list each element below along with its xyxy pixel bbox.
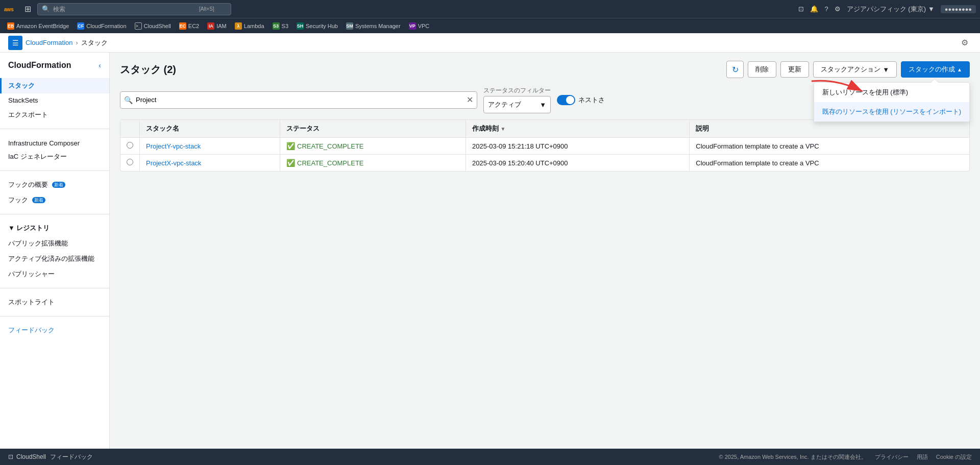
row2-description: CloudFormation template to create a VPC: [690, 155, 969, 172]
search-input[interactable]: [53, 6, 196, 13]
nav-right: ⊡ 🔔 ? ⚙ アジアパシフィック (東京) ▼ ●●●●●●●●: [798, 5, 976, 14]
delete-button[interactable]: 削除: [748, 61, 776, 78]
bookmark-iam-label: IAM: [216, 23, 227, 29]
th-created[interactable]: 作成時刻 ▼: [465, 120, 689, 138]
toggle-switch[interactable]: [557, 95, 575, 105]
sidebar-collapse-button[interactable]: ‹: [99, 61, 101, 69]
row2-status-icon: ✅: [286, 159, 295, 167]
create-stack-button[interactable]: スタックの作成 ▲: [901, 61, 970, 78]
refresh-button[interactable]: ↻: [726, 61, 744, 78]
dropdown-item-existing-resources[interactable]: 既存のリソースを使用 (リソースをインポート): [814, 102, 969, 121]
bookmark-cloudshell-label: CloudShell: [144, 23, 171, 29]
bookmark-systems[interactable]: SM Systems Manager: [343, 21, 404, 31]
sidebar-item-feedback[interactable]: フィードバック: [0, 323, 109, 338]
sidebar-divider-1: [0, 129, 109, 129]
hamburger-button[interactable]: ☰: [8, 36, 22, 50]
bookmark-iam[interactable]: IA IAM: [204, 21, 230, 31]
search-bar[interactable]: 🔍 [Alt+S]: [37, 3, 231, 15]
cloudformation-icon: CF: [77, 22, 84, 30]
dropdown-arrow: [930, 79, 939, 83]
sidebar-item-publisher[interactable]: パブリッシャー: [0, 266, 109, 282]
bookmark-ec2[interactable]: EC EC2: [176, 21, 202, 31]
page-title: スタック (2): [120, 63, 176, 77]
breadcrumb-right: ⚙: [958, 36, 972, 50]
breadcrumb-current-page: スタック: [81, 38, 108, 47]
row2-status-badge: ✅ CREATE_COMPLETE: [286, 159, 459, 167]
row2-created: 2025-03-09 15:20:40 UTC+0900: [465, 155, 689, 172]
sidebar-item-iac-gen[interactable]: IaC ジェネレーター: [0, 149, 109, 164]
sidebar-item-stacks[interactable]: スタック: [0, 78, 109, 93]
th-name[interactable]: スタック名: [140, 120, 280, 138]
terminal-icon[interactable]: ⊡: [798, 5, 804, 13]
settings-icon[interactable]: ⚙: [835, 5, 841, 13]
row1-description: CloudFormation template to create a VPC: [690, 138, 969, 155]
bookmark-cloudformation-label: CloudFormation: [86, 23, 126, 29]
region-label: アジアパシフィック (東京): [847, 5, 926, 14]
account-info[interactable]: ●●●●●●●●: [941, 5, 976, 13]
table-search-input[interactable]: [120, 91, 477, 109]
bookmark-s3[interactable]: S3 S3: [270, 21, 291, 31]
table-body: ProjectY-vpc-stack ✅ CREATE_COMPLETE 202…: [120, 138, 969, 172]
sidebar-item-exports[interactable]: エクスポート: [0, 107, 109, 123]
bookmark-eventbridge[interactable]: EB Amazon EventBridge: [4, 21, 72, 31]
sidebar-item-hooks-overview[interactable]: フックの概要 新着: [0, 177, 109, 192]
row2-stack-link[interactable]: ProjectX-vpc-stack: [146, 159, 201, 167]
stack-actions-button[interactable]: スタックアクション ▼: [813, 61, 897, 78]
sidebar-section-registry-header[interactable]: ▼ レジストリ: [0, 221, 109, 236]
bookmark-security-label: Security Hub: [306, 23, 338, 29]
row1-radio[interactable]: [127, 142, 133, 149]
bookmark-lambda-label: Lambda: [244, 23, 264, 29]
row2-select[interactable]: [120, 155, 140, 172]
table-header: スタック名 ステータス 作成時刻 ▼ 説明: [120, 120, 969, 138]
sidebar-item-active-ext[interactable]: アクティブ化済みの拡張機能: [0, 251, 109, 266]
sidebar-section-infra-composer: Infrastructure Composer: [0, 135, 109, 149]
breadcrumb-service-link[interactable]: CloudFormation: [26, 39, 73, 46]
bookmark-systems-label: Systems Manager: [355, 23, 401, 29]
region-selector[interactable]: アジアパシフィック (東京) ▼: [847, 5, 935, 14]
aws-logo[interactable]: aws: [4, 5, 18, 14]
sidebar-divider-3: [0, 214, 109, 214]
svg-text:aws: aws: [4, 7, 14, 12]
status-filter-dropdown[interactable]: アクティブ ▼: [483, 96, 551, 113]
breadcrumb-separator: ›: [76, 39, 78, 46]
sidebar-title: CloudFormation ‹: [0, 61, 109, 78]
bell-icon[interactable]: 🔔: [810, 5, 818, 13]
bookmark-cloudformation[interactable]: CF CloudFormation: [74, 21, 129, 31]
row1-select[interactable]: [120, 138, 140, 155]
sidebar-item-public-ext[interactable]: パブリック拡張機能: [0, 236, 109, 251]
bookmark-vpc[interactable]: VP VPC: [406, 21, 433, 31]
row2-radio[interactable]: [127, 159, 133, 165]
systems-manager-icon: SM: [346, 22, 353, 30]
vpc-icon: VP: [409, 22, 416, 30]
sidebar-item-hooks[interactable]: フック 新着: [0, 192, 109, 208]
iam-icon: IA: [207, 22, 214, 30]
row1-stack-link[interactable]: ProjectY-vpc-stack: [146, 142, 201, 150]
row1-status-icon: ✅: [286, 142, 295, 150]
page-settings-button[interactable]: ⚙: [958, 36, 972, 50]
bookmark-cloudshell[interactable]: >_ CloudShell: [132, 21, 174, 31]
sidebar-item-spotlight[interactable]: スポットライト: [0, 295, 109, 310]
dropdown-item-new-resources[interactable]: 新しいリソースを使用 (標準): [814, 83, 969, 102]
grid-icon[interactable]: ⊞: [24, 4, 31, 14]
table-container: スタック名 ステータス 作成時刻 ▼ 説明: [120, 119, 970, 172]
row2-status: ✅ CREATE_COMPLETE: [280, 155, 466, 172]
top-navbar: aws ⊞ 🔍 [Alt+S] ⊡ 🔔 ? ⚙ アジアパシフィック (東京) ▼…: [0, 0, 980, 18]
row1-created: 2025-03-09 15:21:18 UTC+0900: [465, 138, 689, 155]
lambda-icon: λ: [235, 22, 242, 30]
th-select: [120, 120, 140, 138]
ec2-icon: EC: [179, 22, 186, 30]
bookmark-security[interactable]: SH Security Hub: [293, 21, 341, 31]
table-row: ProjectY-vpc-stack ✅ CREATE_COMPLETE 202…: [120, 138, 969, 155]
sidebar-item-stacksets[interactable]: StackSets: [0, 93, 109, 107]
bookmark-lambda[interactable]: λ Lambda: [232, 21, 267, 31]
update-button[interactable]: 更新: [780, 61, 809, 78]
table-row: ProjectX-vpc-stack ✅ CREATE_COMPLETE 202…: [120, 155, 969, 172]
search-clear-button[interactable]: ✕: [467, 95, 473, 105]
security-hub-icon: SH: [297, 22, 304, 30]
hooks-badge: 新着: [32, 197, 45, 203]
filter-group: ステータスのフィルター アクティブ ▼: [483, 86, 551, 113]
stacks-table: スタック名 ステータス 作成時刻 ▼ 説明: [120, 120, 969, 171]
row2-name: ProjectX-vpc-stack: [140, 155, 280, 172]
help-icon[interactable]: ?: [824, 5, 828, 13]
th-status[interactable]: ステータス: [280, 120, 466, 138]
